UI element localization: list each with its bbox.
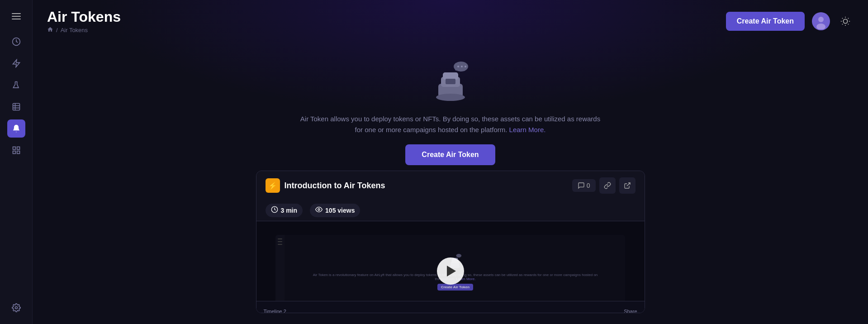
- svg-point-36: [456, 254, 462, 257]
- svg-rect-8: [13, 151, 15, 154]
- comment-count: 0: [587, 182, 590, 189]
- svg-point-27: [465, 66, 466, 67]
- video-meta: 3 min 105 views: [256, 200, 645, 221]
- video-card: ⚡ Introduction to Air Tokens 0: [256, 171, 645, 313]
- share-label: Share: [624, 309, 637, 313]
- video-preview[interactable]: Air Token is a revolutionary feature on …: [256, 221, 645, 313]
- sidebar-item-settings[interactable]: [7, 299, 25, 317]
- breadcrumb: / Air Tokens: [47, 26, 121, 34]
- empty-state: Air Token allows you to deploy tokens or…: [297, 52, 604, 165]
- svg-point-25: [457, 66, 459, 67]
- sidebar-item-bell[interactable]: [7, 119, 25, 138]
- header-right: Create Air Token: [726, 12, 854, 31]
- duration-label: 3 min: [281, 207, 298, 214]
- sidebar-item-clock[interactable]: [7, 33, 25, 51]
- share-external-button[interactable]: [619, 177, 636, 194]
- sidebar-item-flask[interactable]: [7, 76, 25, 94]
- svg-point-35: [318, 209, 320, 210]
- video-title-row: ⚡ Introduction to Air Tokens: [266, 178, 385, 193]
- video-preview-inner: Air Token is a revolutionary feature on …: [256, 221, 645, 313]
- svg-point-14: [843, 19, 847, 23]
- svg-line-18: [848, 24, 849, 24]
- empty-illustration: [423, 52, 478, 106]
- sidebar-item-grid[interactable]: [7, 141, 25, 159]
- hamburger-menu[interactable]: [7, 7, 25, 25]
- breadcrumb-home-icon[interactable]: [47, 26, 53, 34]
- breadcrumb-current: Air Tokens: [61, 27, 88, 33]
- svg-line-17: [842, 18, 843, 19]
- svg-point-12: [818, 17, 824, 22]
- main-content: Air Tokens / Air Tokens Create Air Token: [33, 0, 868, 324]
- svg-rect-9: [17, 151, 19, 154]
- comment-button[interactable]: 0: [572, 179, 596, 192]
- sidebar-item-book[interactable]: [7, 98, 25, 116]
- svg-point-10: [15, 307, 17, 309]
- video-title: Introduction to Air Tokens: [285, 181, 385, 191]
- video-logo-icon: ⚡: [266, 178, 280, 193]
- video-views: 105 views: [310, 204, 360, 217]
- clock-meta-icon: [271, 206, 278, 215]
- svg-rect-30: [443, 72, 458, 80]
- views-label: 105 views: [325, 207, 355, 214]
- header-left: Air Tokens / Air Tokens: [47, 8, 121, 34]
- create-air-token-main-button[interactable]: Create Air Token: [405, 144, 495, 165]
- svg-point-24: [455, 68, 458, 71]
- empty-state-description: Air Token allows you to deploy tokens or…: [297, 114, 604, 135]
- eye-meta-icon: [315, 206, 323, 215]
- create-air-token-header-button[interactable]: Create Air Token: [726, 12, 805, 31]
- page-header: Air Tokens / Air Tokens Create Air Token: [33, 0, 868, 38]
- svg-rect-2: [13, 104, 19, 110]
- avatar[interactable]: [812, 12, 830, 30]
- svg-rect-6: [13, 147, 15, 150]
- svg-point-26: [461, 66, 463, 67]
- timeline-label: Timeline 2: [264, 309, 286, 313]
- sidebar-item-lightning[interactable]: [7, 54, 25, 72]
- video-card-header: ⚡ Introduction to Air Tokens 0: [256, 171, 645, 200]
- video-duration: 3 min: [266, 204, 303, 217]
- sidebar: [0, 0, 33, 324]
- svg-rect-7: [17, 147, 19, 150]
- link-button[interactable]: [599, 177, 616, 194]
- breadcrumb-separator: /: [56, 27, 58, 33]
- learn-more-link[interactable]: Learn More.: [509, 126, 546, 133]
- svg-point-31: [436, 94, 465, 101]
- svg-marker-1: [13, 60, 19, 67]
- page-title: Air Tokens: [47, 8, 121, 25]
- svg-rect-32: [446, 79, 455, 84]
- play-button[interactable]: [437, 257, 464, 285]
- preview-create-btn: Create Air Token: [437, 284, 473, 291]
- theme-toggle-button[interactable]: [837, 13, 854, 29]
- svg-line-21: [842, 24, 843, 24]
- video-card-actions: 0: [572, 177, 636, 194]
- svg-line-22: [848, 18, 849, 19]
- svg-line-33: [626, 183, 630, 186]
- page-content: Air Token allows you to deploy tokens or…: [33, 38, 868, 324]
